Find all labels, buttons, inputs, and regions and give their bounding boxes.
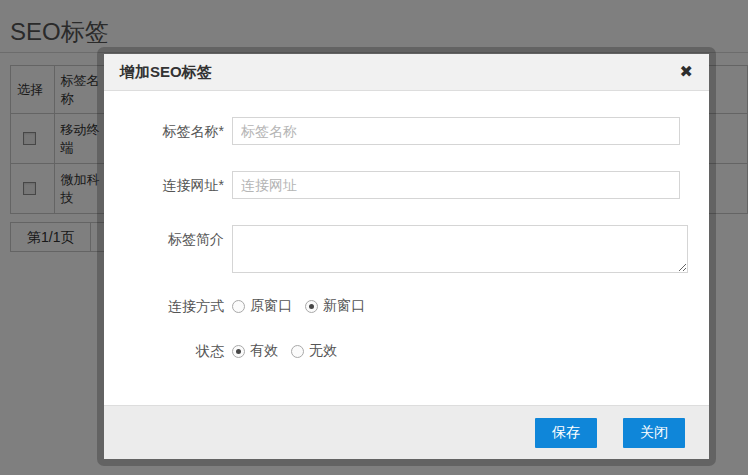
modal-header: 增加SEO标签 ✖	[104, 54, 709, 91]
link-url-label: 连接网址*	[124, 171, 224, 199]
close-icon[interactable]: ✖	[680, 64, 693, 80]
link-url-input[interactable]	[232, 171, 680, 199]
radio-valid-label[interactable]: 有效	[250, 342, 278, 360]
save-button[interactable]: 保存	[535, 418, 597, 448]
modal-body: 标签名称* 连接网址* 标签简介 连接方式 原窗口 新窗口	[104, 91, 709, 405]
radio-valid[interactable]	[232, 345, 245, 358]
radio-original-window-label[interactable]: 原窗口	[250, 297, 292, 315]
tag-name-label: 标签名称*	[124, 117, 224, 145]
form-row-tag-name: 标签名称*	[124, 117, 709, 145]
modal-shadow-frame: 增加SEO标签 ✖ 标签名称* 连接网址* 标签简介 连接方式 原窗口	[97, 47, 716, 466]
tag-intro-textarea[interactable]	[232, 225, 688, 273]
radio-new-window[interactable]	[305, 300, 318, 313]
status-radio-group: 有效 无效	[232, 342, 350, 360]
radio-original-window[interactable]	[232, 300, 245, 313]
radio-new-window-label[interactable]: 新窗口	[323, 297, 365, 315]
link-mode-label: 连接方式	[124, 297, 224, 315]
link-mode-radio-group: 原窗口 新窗口	[232, 297, 378, 315]
modal-footer: 保存 关闭	[104, 405, 709, 459]
form-row-tag-intro: 标签简介	[124, 225, 709, 273]
radio-invalid[interactable]	[291, 345, 304, 358]
tag-name-input[interactable]	[232, 117, 680, 145]
add-seo-tag-dialog: 增加SEO标签 ✖ 标签名称* 连接网址* 标签简介 连接方式 原窗口	[104, 54, 709, 459]
form-row-status: 状态 有效 无效	[124, 342, 709, 360]
form-row-link-mode: 连接方式 原窗口 新窗口	[124, 297, 709, 315]
radio-invalid-label[interactable]: 无效	[309, 342, 337, 360]
close-button[interactable]: 关闭	[623, 418, 685, 448]
status-label: 状态	[124, 342, 224, 360]
modal-title: 增加SEO标签	[120, 63, 212, 82]
form-row-link-url: 连接网址*	[124, 171, 709, 199]
tag-intro-label: 标签简介	[124, 225, 224, 273]
